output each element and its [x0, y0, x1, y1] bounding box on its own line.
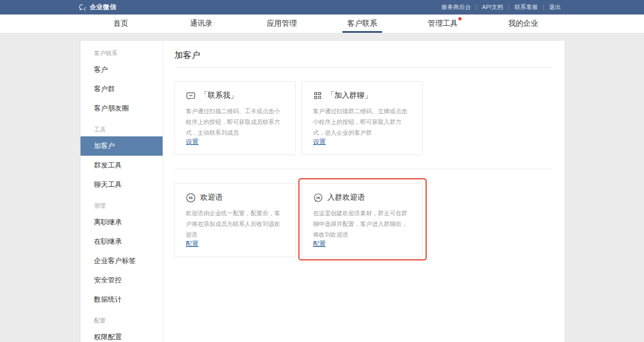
hi-circle-icon: Hi	[186, 193, 196, 203]
tab-label: 管理工具	[428, 19, 458, 28]
qrcode-icon	[313, 91, 323, 100]
sidebar-item-data-statistics[interactable]: 数据统计	[80, 290, 163, 309]
sidebar-item-customer-moments[interactable]: 客户朋友圈	[80, 99, 163, 118]
sidebar-group-customer-contact: 客户联系 客户 客户群 客户朋友圈	[80, 46, 163, 118]
tab-app-management[interactable]: 应用管理	[241, 14, 322, 33]
topbar: 企业微信 服务商后台 | API文档 | 联系客服 | 退出	[0, 0, 644, 14]
sidebar-section-label: 管理	[80, 199, 163, 213]
card-contact-me: 「联系我」 客户通过扫描二维码、工卡或点击小程序上的按钮，即可获取成员联系方式，…	[174, 81, 296, 155]
card-description: 在这里创建欢迎语素材，群主可在群聊中选择并配置，客户进入群聊后，将收到欢迎语	[313, 208, 412, 240]
topbar-link-provider-console[interactable]: 服务商后台	[441, 3, 471, 11]
chat-smile-icon	[186, 91, 196, 101]
app-logo: 企业微信	[78, 0, 116, 14]
card-header: 「联系我」	[186, 90, 284, 101]
topbar-links: 服务商后台 | API文档 | 联系客服 | 退出	[441, 0, 561, 14]
app-logo-text: 企业微信	[90, 3, 116, 12]
card-group-welcome-message: Hi 入群欢迎语 在这里创建欢迎语素材，群主可在群聊中选择并配置，客户进入群聊后…	[302, 183, 423, 257]
contact-me-setup-link[interactable]: 设置	[186, 137, 199, 147]
tab-label: 应用管理	[267, 19, 297, 28]
card-description: 欢迎语由企业统一配置，配置后，客户将在添加成员为联系人后收到该欢迎语	[186, 208, 284, 240]
sidebar-section-label: 配置	[80, 314, 163, 328]
topbar-link-logout[interactable]: 退出	[549, 3, 561, 11]
topbar-link-api-docs[interactable]: API文档	[482, 3, 503, 11]
divider	[174, 169, 553, 169]
main-navbar: 首页 通讯录 应用管理 客户联系 管理工具 我的企业	[0, 14, 644, 33]
sidebar-item-permission-config[interactable]: 权限配置	[80, 328, 163, 342]
notification-dot	[458, 17, 462, 20]
card-header: Hi 入群欢迎语	[313, 192, 412, 203]
sidebar-group-tools: 工具 加客户 群发工具 聊天工具	[80, 122, 163, 194]
separator: |	[475, 4, 477, 10]
sidebar-item-resigned-inheritance[interactable]: 离职继承	[80, 213, 163, 232]
card-welcome-message: Hi 欢迎语 欢迎语由企业统一配置，配置后，客户将在添加成员为联系人后收到该欢迎…	[174, 183, 296, 257]
sidebar-group-management: 管理 离职继承 在职继承 企业客户标签 安全管控 数据统计	[80, 199, 163, 309]
sidebar-item-enterprise-customer-tags[interactable]: 企业客户标签	[80, 251, 163, 271]
separator: |	[543, 4, 544, 10]
group-welcome-config-link[interactable]: 配置	[313, 239, 326, 249]
welcome-message-config-link[interactable]: 配置	[186, 239, 199, 249]
sidebar-item-security-control[interactable]: 安全管控	[80, 271, 163, 290]
sidebar-item-chat-tool[interactable]: 聊天工具	[80, 175, 163, 194]
separator: |	[508, 4, 510, 10]
card-header: Hi 欢迎语	[186, 192, 284, 203]
card-header: 「加入群聊」	[313, 90, 412, 101]
sidebar-section-label: 客户联系	[80, 46, 163, 60]
tab-label: 我的企业	[508, 19, 538, 28]
sidebar-item-customer-groups[interactable]: 客户群	[80, 79, 163, 99]
svg-text:Hi: Hi	[189, 195, 193, 200]
hi-bubble-icon: Hi	[313, 193, 323, 203]
sidebar-group-configuration: 配置 权限配置	[80, 314, 163, 342]
sidebar-section-label: 工具	[80, 122, 163, 136]
tab-label: 通讯录	[190, 19, 213, 28]
topbar-link-contact-support[interactable]: 联系客服	[514, 3, 538, 11]
sidebar-item-onjob-inheritance[interactable]: 在职继承	[80, 232, 163, 251]
sidebar: 客户联系 客户 客户群 客户朋友圈 工具 加客户 群发工具 聊天工具 管理 离职…	[80, 41, 163, 342]
tab-contacts[interactable]: 通讯录	[161, 14, 241, 33]
tab-home[interactable]: 首页	[80, 14, 161, 33]
card-title: 欢迎语	[200, 193, 223, 202]
card-description: 客户通过扫描群二维码、立牌或点击小程序上的按钮，即可获取入群方式，进入企业的客户…	[313, 106, 412, 138]
content-area: 加客户 「联系我」 客户通过扫描二维码、工卡或点击小程序上的按钮，即可获取成员联…	[163, 41, 565, 342]
card-join-group-chat: 「加入群聊」 客户通过扫描群二维码、立牌或点击小程序上的按钮，即可获取入群方式，…	[302, 81, 423, 155]
sidebar-item-customers[interactable]: 客户	[80, 60, 163, 79]
page-title: 加客户	[174, 49, 553, 61]
card-row-2: Hi 欢迎语 欢迎语由企业统一配置，配置后，客户将在添加成员为联系人后收到该欢迎…	[174, 183, 553, 257]
sidebar-item-add-customer[interactable]: 加客户	[80, 136, 163, 156]
sidebar-item-bulk-message-tool[interactable]: 群发工具	[80, 156, 163, 175]
main-panel: 客户联系 客户 客户群 客户朋友圈 工具 加客户 群发工具 聊天工具 管理 离职…	[80, 41, 565, 342]
card-title: 「联系我」	[200, 91, 238, 100]
card-row-1: 「联系我」 客户通过扫描二维码、工卡或点击小程序上的按钮，即可获取成员联系方式，…	[174, 81, 553, 155]
tab-customer-contact[interactable]: 客户联系	[322, 14, 402, 33]
tab-my-enterprise[interactable]: 我的企业	[483, 14, 564, 33]
svg-text:Hi: Hi	[316, 195, 320, 199]
tab-label: 首页	[113, 19, 128, 28]
card-title: 「加入群聊」	[327, 91, 372, 100]
divider	[174, 67, 553, 68]
card-description: 客户通过扫描二维码、工卡或点击小程序上的按钮，即可获取成员联系方式，主动联系到成…	[186, 106, 284, 138]
tab-label: 客户联系	[347, 19, 377, 28]
join-group-setup-link[interactable]: 设置	[313, 137, 326, 147]
wecom-logo-icon	[78, 3, 87, 12]
tab-management-tools[interactable]: 管理工具	[402, 14, 483, 33]
card-title: 入群欢迎语	[327, 193, 365, 202]
nav-tabs: 首页 通讯录 应用管理 客户联系 管理工具 我的企业	[80, 14, 564, 33]
